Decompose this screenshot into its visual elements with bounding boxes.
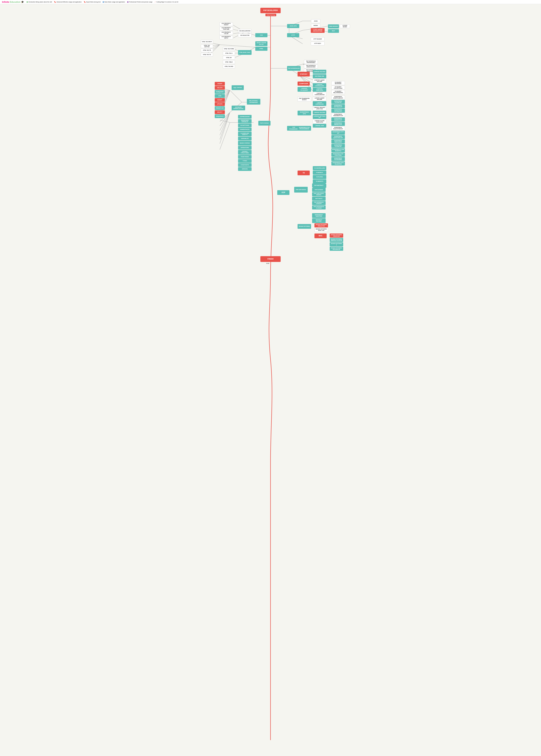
join-node[interactable]: JOIN bbox=[215, 94, 225, 98]
select-node[interactable]: SELECT bbox=[215, 110, 225, 114]
wordpress-debugging-node[interactable]: WORDPRESS DEBUGGING bbox=[331, 139, 345, 143]
wordpress-quicktags-api-node[interactable]: WORDPRESS QUICKTAGS API bbox=[331, 135, 345, 139]
yii-models-node[interactable]: YII MODELS bbox=[313, 171, 326, 175]
php-traits-node[interactable]: PHP TRAITS bbox=[312, 197, 325, 201]
abstract-factory-node[interactable]: ABSTRACT FACTORY bbox=[312, 218, 325, 223]
laravel-request-lifecycle-node[interactable]: LARAVEL REQUEST LIFECYCLE bbox=[313, 106, 326, 110]
design-patterns-decorator-node[interactable]: DESIGN PATTERNS DECORATOR bbox=[330, 247, 343, 251]
wordpress-widgets-api-node[interactable]: WORDPRESS WIDGETS API bbox=[331, 122, 345, 126]
css-node[interactable]: CSS bbox=[255, 33, 268, 37]
yii-node[interactable]: YII bbox=[297, 171, 310, 175]
wordpress-shortcode-api-node[interactable]: WORDPRESS SHORTCODE API bbox=[331, 95, 345, 99]
namespaces-node[interactable]: NAMESPACES bbox=[238, 128, 252, 131]
delete-node[interactable]: DELETE bbox=[215, 86, 225, 90]
json-apis-node[interactable]: JSON APIS bbox=[287, 24, 299, 28]
laravel-routing-node[interactable]: LARAVEL ROUTING bbox=[313, 111, 326, 114]
classes-and-objects-node[interactable]: CLASSES AND OBJECTS bbox=[238, 132, 252, 136]
yii-filters-node[interactable]: YII FILTERS bbox=[313, 175, 326, 179]
symfony-controllers-node[interactable]: SYMFONY CONTROLLERS bbox=[313, 83, 326, 87]
wordpress-taxonomies-node[interactable]: WORDPRESS TAXONOMIES bbox=[331, 157, 345, 161]
exceptions-node[interactable]: EXCEPTIONS bbox=[238, 124, 252, 127]
oop-node[interactable]: OOP bbox=[277, 190, 289, 195]
eloquent-collections-node[interactable]: ELOQUENT COLLECTIONS bbox=[331, 86, 345, 90]
php-interface-concept-node[interactable]: PHP INTERFACE CONCEPT bbox=[312, 201, 325, 205]
php-abstract-node[interactable]: PHP ABSTRACT bbox=[312, 183, 325, 187]
dependency-injection-node[interactable]: DEPENDENCY INJECTION bbox=[312, 213, 325, 218]
html-table-node[interactable]: HTML TABLE bbox=[223, 60, 235, 64]
database-normalization-node[interactable]: DATABASE NORMALIZATION bbox=[232, 106, 245, 110]
wordpress-plugin-api-node[interactable]: WORDPRESS PLUGIN API bbox=[331, 100, 345, 104]
html-tag-tr-node[interactable]: HTML TAG TR bbox=[201, 48, 213, 52]
css-property-font-node[interactable]: CSS PROPERTY FONT-SIZE bbox=[220, 27, 233, 30]
css-property-color-node[interactable]: CSS PROPERTY COLOR bbox=[220, 31, 233, 35]
wordpress-settings-api-node[interactable]: WORDPRESS SETTINGS API bbox=[331, 104, 345, 108]
cookie-based-node[interactable]: COOKIE BASED bbox=[340, 24, 350, 28]
variables-node[interactable]: VARIABLES bbox=[238, 137, 252, 140]
functions-node[interactable]: FUNCTIONS bbox=[238, 155, 252, 159]
wordpress-transients-api-node[interactable]: WORDPRESS TRANSIENTS API bbox=[331, 113, 345, 117]
insert-node[interactable]: INSERT bbox=[215, 98, 225, 102]
laravel-query-builder-node[interactable]: LARAVEL QUERY BUILDER bbox=[313, 97, 326, 101]
php-oop-basics-node[interactable]: PHP OOP BASICS bbox=[294, 187, 308, 193]
html-div-node[interactable]: HTML DIV bbox=[223, 56, 235, 60]
wordpress-flush-rewrites-node[interactable]: WORDPRESS FLUSH REWRITES bbox=[331, 148, 345, 152]
http-node[interactable]: HTTP bbox=[287, 33, 299, 37]
html-tag-form-node[interactable]: HTML TAG FORM bbox=[223, 47, 235, 51]
relational-databases-node[interactable]: RELATIONAL DATABASES bbox=[247, 99, 261, 105]
update-node[interactable]: UPDATE bbox=[215, 102, 225, 106]
yii-widgets-node[interactable]: YII WIDGETS bbox=[313, 179, 326, 183]
symfony-routing-node[interactable]: SYMFONY ROUTING bbox=[313, 70, 326, 74]
design-patterns-singleton-node[interactable]: DESIGN PATTERNS SINGLETON bbox=[314, 223, 328, 227]
laravel-controller-node[interactable]: LARAVEL CONTROLLER bbox=[313, 101, 326, 106]
client-server-node[interactable]: CLIENT SERVER ARCHITECTURE bbox=[311, 28, 324, 33]
laravel-settings-api-node[interactable]: LARAVEL SETTINGS API bbox=[313, 115, 326, 119]
php-interface-arrayaccess-node[interactable]: PHP INTERFACE ARRAYACCESS bbox=[304, 64, 318, 68]
css-property-width-node[interactable]: CSS PROPERTY WIDTH bbox=[220, 36, 233, 39]
wordpress-rewrite-api-node[interactable]: WORDPRESS REWRITE API bbox=[331, 117, 345, 121]
symfony-node[interactable]: SYMFONY bbox=[297, 72, 310, 76]
design-patterns-service-locator-node[interactable]: DESIGN PATTERNS SERVICE LOCATOR bbox=[330, 238, 343, 242]
html-tag-button-node[interactable]: HTML TAG BUTTON bbox=[201, 44, 213, 48]
types-node[interactable]: TYPES bbox=[238, 159, 252, 163]
php-interfaces-node[interactable]: PHP INTERFACES bbox=[287, 66, 300, 71]
css-selector-node[interactable]: CSS SELECTOR bbox=[238, 34, 252, 37]
laravel-view-node[interactable]: LARAVEL VIEW bbox=[313, 124, 326, 128]
sequence-node[interactable]: SEQUENCE bbox=[215, 114, 225, 118]
css-property-height-node[interactable]: CSS PROPERTY HEIGHT bbox=[220, 22, 233, 26]
http-body-node[interactable]: HTTP BODY bbox=[311, 42, 324, 45]
wordpress-php-functions-node[interactable]: WORDPRESS PHP FUNCTIONS bbox=[331, 153, 345, 157]
json-node[interactable]: JSON bbox=[311, 19, 320, 23]
php-interface-traversable-node[interactable]: PHP INTERFACE TRAVERSABLE bbox=[304, 60, 318, 64]
operators-node[interactable]: OPERATORS bbox=[238, 146, 252, 150]
php-late-static-binding-node[interactable]: PHP LATE STATIC BINDING bbox=[312, 192, 325, 196]
yii-controllers-node[interactable]: YII CONTROLLERS bbox=[313, 166, 326, 170]
rest-node[interactable]: REST bbox=[328, 29, 339, 33]
finish-node[interactable]: FINISH bbox=[261, 256, 280, 262]
subquery-node[interactable]: SUBQUERY bbox=[215, 90, 225, 94]
sql-syntax-node[interactable]: SQL SYNTAX bbox=[232, 85, 244, 90]
errors-node[interactable]: ERRORS bbox=[238, 167, 252, 171]
wordpress-options-api-node[interactable]: WORDPRESS OPTIONS API bbox=[331, 109, 345, 113]
nginx-node[interactable]: NGINX bbox=[311, 24, 320, 27]
php-extends-node[interactable]: PHP EXTENDS bbox=[312, 188, 325, 192]
start-learning-button[interactable]: Start learning bbox=[266, 14, 276, 16]
wordpress-for-programmers-node[interactable]: WORDPRESS FOR PROGRAMMERS bbox=[297, 126, 311, 131]
wordpress-plugin-api2-node[interactable]: WORDPRESS PLUGIN API bbox=[331, 144, 345, 148]
basic-usage-git-node[interactable]: BASIC USAGE OF GIT bbox=[255, 41, 268, 46]
composer-node[interactable]: COMPOSER bbox=[297, 82, 310, 86]
eloquent-relationships-node[interactable]: ELOQUENT RELATIONSHIPS bbox=[331, 90, 345, 94]
html-tag-input-node[interactable]: HTML TAG INPUT bbox=[201, 40, 213, 44]
symfony-configuration-node[interactable]: SYMFONY CONFIGURATION bbox=[313, 92, 326, 96]
symfony-query-builder-node[interactable]: SYMFONY QUERY BUILDER bbox=[313, 79, 326, 83]
css-declaration-node[interactable]: CSS DECLARATION bbox=[238, 29, 252, 33]
laravel-blade-templates-node[interactable]: LARAVEL BLADE TEMPLATES bbox=[313, 119, 326, 124]
html-tag-td-node[interactable]: HTML TAG TD bbox=[201, 53, 213, 57]
design-patterns-observer-node[interactable]: DESIGN PATTERNS OBSERVER bbox=[330, 234, 343, 238]
php-anonymous-classes-node[interactable]: PHP ANONYMOUS CLASSES bbox=[312, 205, 325, 209]
eloquent-mutators-node[interactable]: ELOQUENT MUTATORS bbox=[331, 81, 345, 85]
mvc-node[interactable]: MVC bbox=[314, 234, 326, 238]
control-structures-node[interactable]: CONTROL STRUCTURES bbox=[238, 150, 252, 155]
wordpress-apis-node[interactable]: WORDPRESS APIS bbox=[297, 111, 311, 115]
design-patterns-s-node[interactable]: DESIGN PATTERNS S bbox=[330, 242, 343, 246]
primary-key-node[interactable]: PRIMARY KEY bbox=[215, 106, 225, 110]
